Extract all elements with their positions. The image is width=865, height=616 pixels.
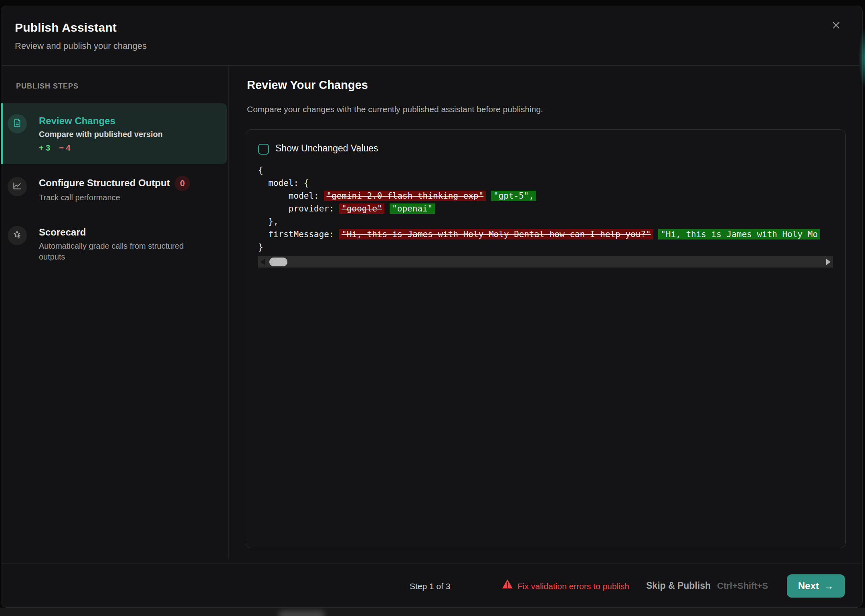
show-unchanged-label: Show Unchanged Values	[275, 143, 378, 154]
removed-count: − 4	[59, 143, 70, 152]
step-title-configure-structured-output: Configure Structured Output	[39, 177, 170, 189]
scroll-right-icon[interactable]	[826, 259, 831, 265]
removed-first-message: "Hi, this is James with Holy Moly Dental…	[339, 229, 653, 240]
step-title-scorecard: Scorecard	[39, 227, 86, 238]
arrow-right-icon: →	[824, 580, 834, 592]
header-divider	[1, 65, 862, 66]
step-indicator: Step 1 of 3	[410, 582, 451, 591]
skip-and-publish-button[interactable]: Skip & Publish	[646, 580, 711, 591]
validation-error-text: Fix validation errors to publish	[517, 582, 629, 591]
page-title: Review Your Changes	[247, 79, 368, 92]
removed-model-value: "gemini-2.0-flash-thinking-exp"	[324, 191, 486, 201]
step-subtitle-configure-structured-output: Track call performance	[39, 193, 120, 202]
skip-shortcut-hint: Ctrl+Shift+S	[717, 581, 768, 591]
structured-output-count-badge: 0	[175, 176, 190, 191]
next-button-label: Next	[798, 580, 819, 592]
file-text-icon	[12, 118, 22, 130]
step-title-review-changes: Review Changes	[39, 115, 115, 127]
page-subtitle: Compare your changes with the currently …	[247, 105, 543, 114]
step-subtitle-scorecard: Automatically grade calls from structure…	[39, 241, 199, 262]
page-background-bottom	[0, 608, 865, 616]
close-button[interactable]	[827, 16, 846, 35]
added-model-value: "gpt-5",	[491, 191, 536, 201]
publish-steps-label: PUBLISH STEPS	[16, 82, 79, 91]
added-provider-value: "openai"	[390, 203, 435, 214]
star-sparkle-icon	[12, 229, 23, 242]
warning-icon	[502, 579, 513, 591]
modal-title: Publish Assistant	[15, 21, 117, 34]
sidebar-divider	[228, 66, 229, 559]
added-first-message: "Hi, this is James with Holy Mo	[658, 229, 820, 240]
step-icon-circle	[8, 177, 27, 196]
taskbar-hint-pill	[279, 610, 325, 616]
horizontal-scrollbar[interactable]	[258, 256, 833, 268]
line-chart-icon	[12, 181, 22, 193]
diff-code-block: { model: { model: "gemini-2.0-flash-thin…	[258, 164, 833, 254]
footer-divider	[1, 564, 862, 564]
added-count: + 3	[39, 143, 50, 152]
modal-subtitle: Review and publish your changes	[15, 41, 147, 51]
accent-glow	[853, 16, 865, 100]
diff-counts: + 3− 4	[39, 143, 71, 153]
step-subtitle-review-changes: Compare with published version	[39, 130, 163, 139]
show-unchanged-checkbox[interactable]	[258, 144, 269, 155]
removed-provider-value: "google"	[339, 203, 384, 214]
close-icon	[830, 19, 843, 33]
scroll-left-icon[interactable]	[261, 259, 265, 265]
step-icon-circle	[8, 114, 27, 133]
step-icon-circle	[8, 226, 27, 245]
scrollbar-thumb[interactable]	[269, 258, 287, 266]
next-button[interactable]: Next →	[787, 574, 845, 598]
